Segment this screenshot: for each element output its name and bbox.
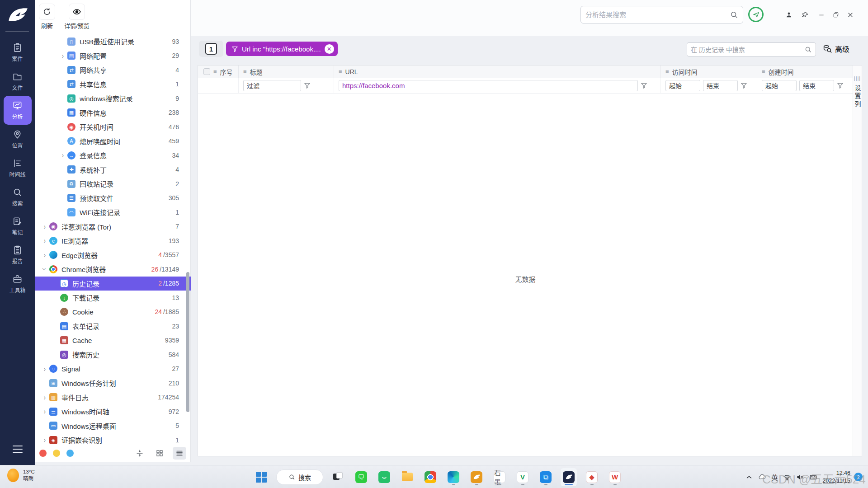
result-tab-1[interactable]: 1 <box>199 41 223 57</box>
nav-item-files[interactable]: 文件 <box>4 67 32 96</box>
nav-item-search[interactable]: 搜索 <box>4 183 32 211</box>
table-search-box[interactable] <box>687 42 816 56</box>
wechat-app-button[interactable]: 🗨 <box>353 468 369 486</box>
vc-app-button[interactable]: V <box>514 468 531 486</box>
expand-arrow-icon[interactable]: › <box>40 236 49 245</box>
visit-start-input[interactable] <box>665 80 700 91</box>
notification-badge[interactable]: 2 <box>854 473 863 481</box>
tree-item-edge-browser[interactable]: ›Edge浏览器4/3557 <box>35 248 191 263</box>
close-button[interactable] <box>845 10 855 20</box>
tree-item-event-log[interactable]: ›▥事件日志174254 <box>35 390 191 405</box>
tree-item-tor-browser[interactable]: ›◉洋葱浏览器 (Tor)7 <box>35 220 191 234</box>
url-funnel-icon[interactable] <box>641 82 647 89</box>
column-header-visit-time[interactable]: ≡ 访问时间 <box>661 66 757 78</box>
tree-item-history[interactable]: ◷历史记录2/1285 <box>35 277 191 291</box>
tree-item-system-patch[interactable]: ✚系统补丁4 <box>35 163 191 177</box>
remove-filter-icon[interactable]: ✕ <box>325 44 334 54</box>
tree-item-wifi-records[interactable]: ◠WiFi连接记录1 <box>35 205 191 220</box>
tree-item-power-times[interactable]: ◉开关机时间476 <box>35 120 191 134</box>
tree-item-task-scheduler[interactable]: ⊞Windows任务计划210 <box>35 376 191 390</box>
title-filter-input[interactable] <box>243 80 301 91</box>
expand-arrow-icon[interactable]: › <box>40 393 49 402</box>
pin-window-button[interactable] <box>800 10 810 20</box>
forensic-gold-app-button[interactable] <box>468 468 485 486</box>
volume-muted-tray-button[interactable] <box>796 473 804 481</box>
expand-arrow-icon[interactable]: › <box>40 365 49 373</box>
tree-item-signal[interactable]: ›◌Signal27 <box>35 362 191 376</box>
column-header-url[interactable]: ≡ URL <box>334 66 661 78</box>
forensic-active-app-button[interactable] <box>561 468 577 486</box>
expand-arrow-icon[interactable]: › <box>40 407 49 416</box>
taskbar-weather-widget[interactable]: 13°C 晴朗 <box>7 469 35 482</box>
huorong-app-button[interactable]: ◆ <box>584 468 600 486</box>
tree-item-win-timeline[interactable]: ›☰Windows时间轴972 <box>35 404 191 419</box>
green-bag-app-button[interactable]: ⌣ <box>376 468 392 486</box>
blue-tag-dot[interactable] <box>66 450 74 457</box>
url-filter-input[interactable] <box>339 80 638 91</box>
expand-arrow-icon[interactable]: › <box>58 151 67 160</box>
column-header-seq[interactable]: ≡ 序号 <box>198 66 239 78</box>
list-view-button[interactable] <box>173 447 186 460</box>
nav-item-toolbox[interactable]: 工具箱 <box>4 269 32 298</box>
tree-item-form-records[interactable]: ▤表单记录23 <box>35 319 191 333</box>
wps-app-button[interactable]: W <box>607 468 623 486</box>
taskbar-clock[interactable]: 12:46 2022/11/15 <box>822 469 850 485</box>
minimize-button[interactable] <box>816 10 826 20</box>
tree-item-usb-recent[interactable]: ▯USB最近使用记录93 <box>35 34 191 49</box>
taskbar-search-button[interactable]: 搜索 <box>276 469 323 485</box>
tree-item-windows-search[interactable]: ◎windows搜索记录9 <box>35 91 191 106</box>
tree-item-downloads[interactable]: ↓下载记录13 <box>35 291 191 305</box>
edge-app-button[interactable] <box>445 468 462 486</box>
tree-item-recycle-bin[interactable]: ♻回收站记录2 <box>35 177 191 191</box>
create-funnel-icon[interactable] <box>837 82 844 89</box>
collapse-arrow-icon[interactable]: › <box>41 265 49 274</box>
user-account-button[interactable] <box>784 10 794 20</box>
document-app-button[interactable]: 石墨 <box>491 468 508 486</box>
tree-item-hardware-info[interactable]: ▦硬件信息238 <box>35 106 191 120</box>
tree-item-ie-browser[interactable]: ›eIE浏览器193 <box>35 234 191 248</box>
tree-item-wake-times[interactable]: A熄屏唤醒时间459 <box>35 134 191 149</box>
nav-item-analysis[interactable]: 分析 <box>4 96 32 125</box>
advanced-search-button[interactable]: 高级 <box>823 43 849 54</box>
start-button[interactable] <box>253 468 269 486</box>
expand-arrow-icon[interactable]: › <box>40 251 49 259</box>
onedrive-tray-button[interactable] <box>758 473 766 481</box>
touch-keyboard-tray-button[interactable] <box>809 473 817 481</box>
nav-item-notes[interactable]: 笔记 <box>4 211 32 240</box>
expand-arrow-icon[interactable]: › <box>40 222 49 231</box>
expand-arrow-icon[interactable]: › <box>40 436 49 444</box>
tree-item-login-info[interactable]: ›→登录信息34 <box>35 148 191 163</box>
red-tag-dot[interactable] <box>39 450 47 457</box>
create-end-input[interactable] <box>799 80 834 91</box>
nav-item-report[interactable]: 报告 <box>4 240 32 269</box>
tree-item-cookie[interactable]: ∴Cookie24/1885 <box>35 305 191 319</box>
vmware-app-button[interactable]: ⧉ <box>538 468 554 486</box>
tree-item-chrome-browser[interactable]: ›Chrome浏览器26/13149 <box>35 262 191 277</box>
tree-item-remote-desktop[interactable]: ▭Windows远程桌面5 <box>35 419 191 433</box>
tree-scrollbar-thumb[interactable] <box>186 272 189 412</box>
tree-item-network-config[interactable]: ›▤网络配置29 <box>35 49 191 63</box>
url-filter-chip[interactable]: Url inc "https://facebook.... ✕ <box>226 42 338 56</box>
tree-item-network-share[interactable]: ⇄网络共享4 <box>35 63 191 77</box>
task-view-button[interactable] <box>330 468 346 486</box>
nav-item-location[interactable]: 位置 <box>4 125 32 154</box>
nav-item-timeline[interactable]: 时间线 <box>4 154 32 183</box>
table-search-input[interactable] <box>691 46 804 53</box>
global-search-input[interactable] <box>585 11 730 19</box>
detail-preview-button[interactable]: 详情/预览 <box>47 4 106 30</box>
tree-item-prefetch[interactable]: ☰预读取文件305 <box>35 191 191 206</box>
wifi-tray-button[interactable] <box>783 473 791 481</box>
column-settings-strip[interactable]: |||| 设置列 <box>853 66 862 456</box>
visit-end-input[interactable] <box>703 80 738 91</box>
tree-item-share-info[interactable]: ⇄共享信息1 <box>35 77 191 92</box>
sidebar-menu-button[interactable] <box>0 445 35 455</box>
select-all-checkbox[interactable] <box>203 68 210 75</box>
file-explorer-button[interactable] <box>399 468 415 486</box>
create-start-input[interactable] <box>762 80 797 91</box>
tree-item-cache[interactable]: ▦Cache9359 <box>35 333 191 348</box>
yellow-tag-dot[interactable] <box>53 450 60 457</box>
feedback-button[interactable] <box>748 7 764 22</box>
global-search-box[interactable] <box>580 6 743 23</box>
expand-arrow-icon[interactable]: › <box>58 52 67 60</box>
language-indicator[interactable]: 英 <box>771 473 778 482</box>
